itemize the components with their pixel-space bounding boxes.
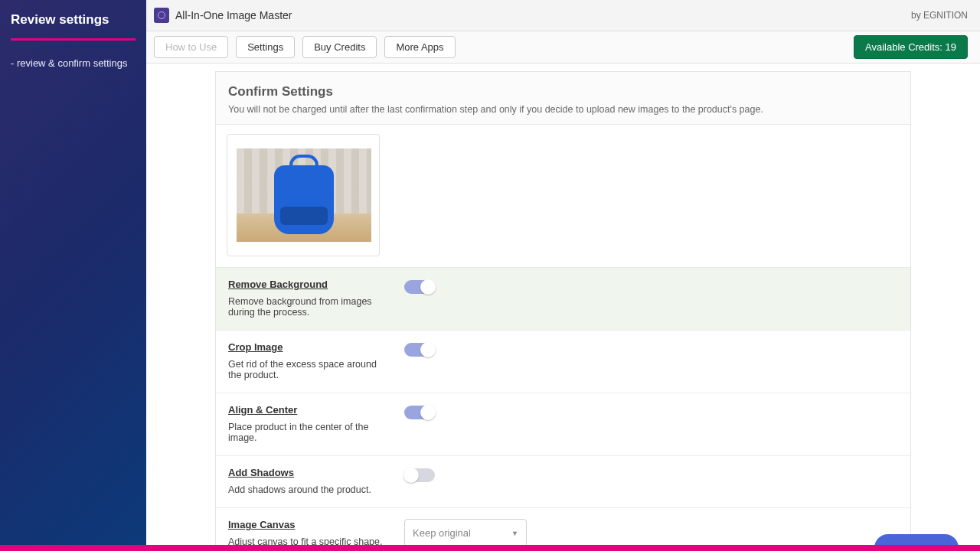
setting-desc: Adjust canvas to fit a specific shape.: [228, 536, 389, 545]
main-content: Confirm Settings You will not be charged…: [146, 64, 980, 545]
chevron-down-icon: ▼: [511, 530, 518, 537]
panel-description: You will not be charged until after the …: [228, 104, 898, 115]
by-name[interactable]: EGNITION: [923, 10, 968, 21]
sidebar: Review settings - review & confirm setti…: [0, 0, 146, 545]
toggle-add-shadows[interactable]: [404, 468, 435, 482]
sidebar-item-review[interactable]: - review & confirm settings: [0, 53, 146, 73]
product-thumbnail[interactable]: [227, 134, 380, 256]
setting-image-canvas: Image Canvas Adjust canvas to fit a spec…: [216, 508, 910, 545]
toggle-remove-background[interactable]: [404, 280, 435, 294]
setting-name[interactable]: Image Canvas: [228, 519, 389, 530]
setting-remove-background: Remove Background Remove background from…: [216, 268, 910, 331]
setting-name[interactable]: Remove Background: [228, 279, 389, 290]
toggle-align-center[interactable]: [404, 406, 435, 419]
by-line: by EGNITION: [911, 10, 968, 21]
backpack-image: [274, 165, 334, 234]
setting-desc: Place product in the center of the image…: [228, 422, 389, 443]
how-to-use-button[interactable]: How to Use: [154, 36, 228, 58]
sidebar-title: Review settings: [0, 0, 146, 35]
panel-title: Confirm Settings: [228, 84, 898, 99]
setting-name[interactable]: Align & Center: [228, 404, 389, 416]
topbar: All-In-One Image Master by EGNITION: [146, 0, 980, 31]
available-credits-button[interactable]: Available Credits: 19: [854, 35, 968, 59]
setting-add-shadows: Add Shadows Add shadows around the produ…: [216, 456, 910, 508]
setting-name[interactable]: Add Shadows: [228, 467, 389, 478]
setting-crop-image: Crop Image Get rid of the excess space a…: [216, 331, 910, 393]
sidebar-underline: [11, 38, 136, 41]
setting-align-center: Align & Center Place product in the cent…: [216, 393, 910, 456]
more-apps-button[interactable]: More Apps: [384, 36, 455, 58]
thumbnail-row: [216, 125, 910, 268]
toggle-crop-image[interactable]: [404, 343, 435, 357]
settings-button[interactable]: Settings: [236, 36, 295, 58]
settings-panel: Confirm Settings You will not be charged…: [215, 71, 911, 545]
canvas-select-value: Keep original: [413, 527, 471, 539]
setting-desc: Remove background from images during the…: [228, 296, 389, 318]
app-icon: [154, 8, 169, 23]
panel-header: Confirm Settings You will not be charged…: [216, 72, 910, 125]
buy-credits-button[interactable]: Buy Credits: [302, 36, 377, 58]
setting-name[interactable]: Crop Image: [228, 341, 389, 353]
canvas-select[interactable]: Keep original ▼: [404, 519, 527, 545]
app-title: All-In-One Image Master: [175, 9, 292, 21]
toolbar: How to Use Settings Buy Credits More App…: [146, 31, 980, 64]
setting-desc: Get rid of the excess space around the p…: [228, 359, 389, 380]
setting-desc: Add shadows around the product.: [228, 484, 389, 495]
progress-bar: [0, 545, 980, 551]
